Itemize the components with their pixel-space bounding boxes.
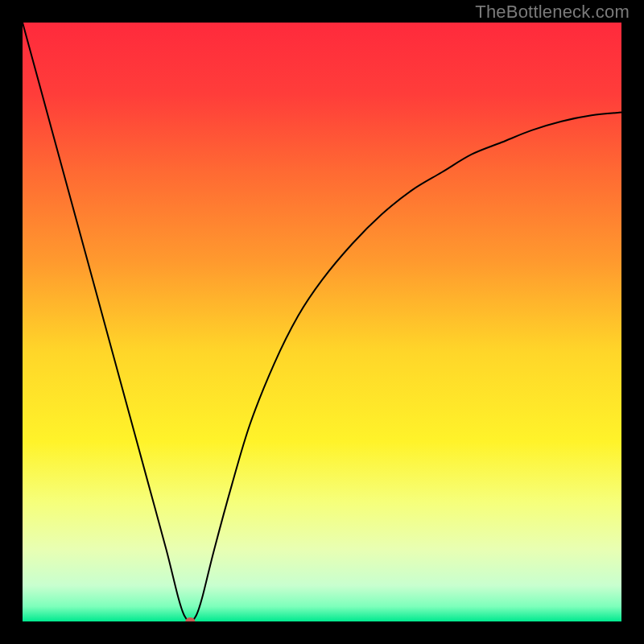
bottleneck-chart: [23, 23, 621, 621]
watermark-text: TheBottleneck.com: [475, 2, 630, 23]
plot-area: [23, 23, 621, 621]
gradient-background: [23, 23, 621, 621]
chart-frame: TheBottleneck.com: [0, 0, 644, 644]
